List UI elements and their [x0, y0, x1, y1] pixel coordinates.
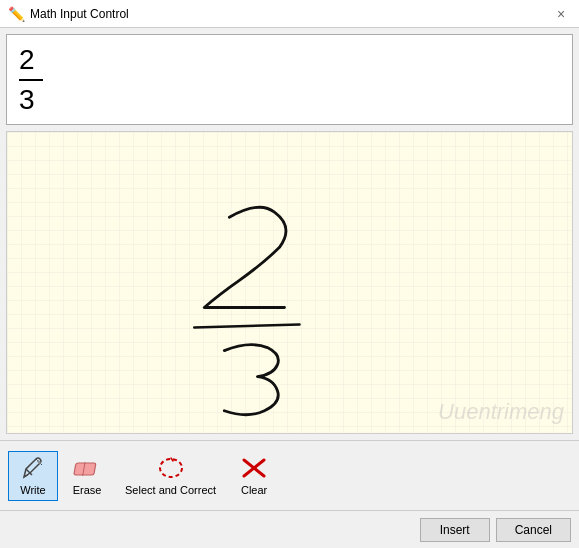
- window-title: Math Input Control: [30, 7, 129, 21]
- insert-button[interactable]: Insert: [420, 518, 490, 542]
- fraction-denominator: 3: [19, 83, 35, 117]
- select-icon: [157, 456, 185, 480]
- main-container: 2 3: [0, 28, 579, 440]
- toolbar: Write Erase Select and Correct C: [0, 440, 579, 510]
- eraser-icon: [73, 456, 101, 480]
- erase-tool-button[interactable]: Erase: [62, 451, 112, 501]
- handwriting-area: [7, 132, 572, 433]
- erase-tool-label: Erase: [73, 484, 102, 496]
- svg-line-6: [171, 458, 173, 461]
- fraction-numerator: 2: [19, 43, 35, 77]
- title-bar: ✏️ Math Input Control ×: [0, 0, 579, 28]
- clear-tool-button[interactable]: Clear: [229, 451, 279, 501]
- fraction-line: [19, 79, 43, 81]
- close-button[interactable]: ×: [551, 4, 571, 24]
- clear-icon: [240, 456, 268, 480]
- cancel-button[interactable]: Cancel: [496, 518, 571, 542]
- title-bar-left: ✏️ Math Input Control: [8, 6, 129, 22]
- bottom-bar: Insert Cancel: [0, 510, 579, 548]
- svg-point-5: [160, 459, 182, 477]
- drawing-area[interactable]: Uuentrimeng: [6, 131, 573, 434]
- preview-area: 2 3: [6, 34, 573, 125]
- write-tool-label: Write: [20, 484, 45, 496]
- app-icon: ✏️: [8, 6, 24, 22]
- pencil-icon: [19, 456, 47, 480]
- write-tool-button[interactable]: Write: [8, 451, 58, 501]
- select-correct-tool-button[interactable]: Select and Correct: [116, 451, 225, 501]
- select-correct-tool-label: Select and Correct: [125, 484, 216, 496]
- math-preview: 2 3: [19, 43, 43, 116]
- clear-tool-label: Clear: [241, 484, 267, 496]
